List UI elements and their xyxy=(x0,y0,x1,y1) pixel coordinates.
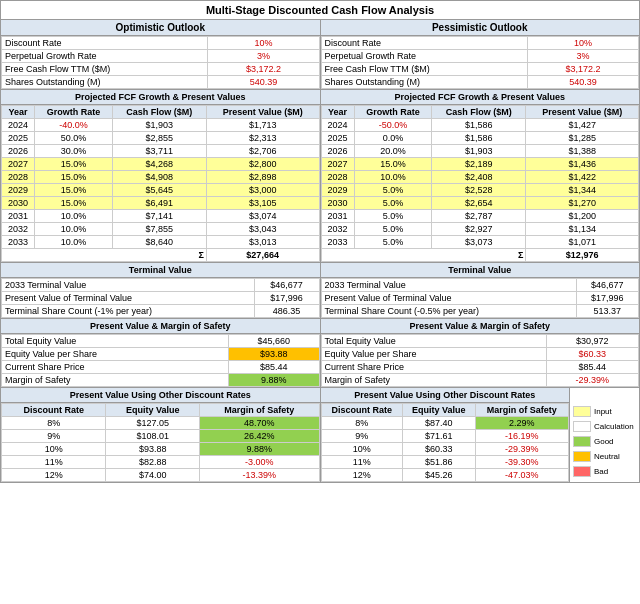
dr-row: 9% $108.01 26.42% xyxy=(2,430,320,443)
pess-fcf-title: Projected FCF Growth & Present Values xyxy=(321,90,640,105)
pess-terminal-title: Terminal Value xyxy=(321,263,640,278)
fcf-year: 2026 xyxy=(321,145,354,158)
fcf-cashflow: $1,903 xyxy=(432,145,526,158)
fcf-row: 2025 0.0% $1,586 $1,285 xyxy=(321,132,639,145)
fcf-cashflow: $2,408 xyxy=(432,171,526,184)
dr-row: 12% $74.00 -13.39% xyxy=(2,469,320,482)
fcf-year: 2031 xyxy=(321,210,354,223)
opt-terminal: Terminal Value 2033 Terminal Value $46,6… xyxy=(1,263,321,318)
dr-margin: 2.29% xyxy=(475,417,568,430)
fcf-growth: 0.0% xyxy=(354,132,432,145)
fcf-growth: 15.0% xyxy=(35,171,113,184)
dr-row: 9% $71.61 -16.19% xyxy=(321,430,569,443)
pv-row: Total Equity Value $30,972 xyxy=(321,335,639,348)
fcf-growth: 20.0% xyxy=(354,145,432,158)
fcf-pv: $3,105 xyxy=(206,197,319,210)
dr-row: 10% $93.88 9.88% xyxy=(2,443,320,456)
fcf-growth: 15.0% xyxy=(35,184,113,197)
terminal-value: $17,996 xyxy=(254,292,319,305)
terminal-label: Present Value of Terminal Value xyxy=(321,292,576,305)
fcf-cashflow: $1,586 xyxy=(432,132,526,145)
terminal-label: 2033 Terminal Value xyxy=(2,279,255,292)
pv-panels: Present Value & Margin of Safety Total E… xyxy=(1,318,639,387)
pess-terminal-table: 2033 Terminal Value $46,677 Present Valu… xyxy=(321,278,640,318)
dr-equity: $87.40 xyxy=(402,417,475,430)
fcf-sum-row: Σ $12,976 xyxy=(321,249,639,262)
fcf-cashflow: $1,586 xyxy=(432,119,526,132)
dr-row: 11% $82.88 -3.00% xyxy=(2,456,320,469)
fcf-row: 2030 15.0% $6,491 $3,105 xyxy=(2,197,320,210)
param-value: 10% xyxy=(208,37,319,50)
fcf-year: 2028 xyxy=(321,171,354,184)
bottom-row: Present Value Using Other Discount Rates… xyxy=(1,387,639,482)
legend-bad-row: Bad xyxy=(573,466,636,477)
fcf-cashflow: $2,654 xyxy=(432,197,526,210)
legend-input-row: Input xyxy=(573,406,636,417)
param-value: $3,172.2 xyxy=(527,63,638,76)
pv-value: -29.39% xyxy=(546,374,638,387)
fcf-pv: $1,270 xyxy=(526,197,639,210)
fcf-cashflow: $1,903 xyxy=(112,119,206,132)
fcf-year: 2024 xyxy=(2,119,35,132)
pv-value: $45,660 xyxy=(228,335,319,348)
pv-value: $60.33 xyxy=(546,348,638,361)
pv-row: Margin of Safety 9.88% xyxy=(2,374,320,387)
pess-discount-and-legend: Present Value Using Other Discount Rates… xyxy=(321,388,640,482)
dr-margin: -29.39% xyxy=(475,443,568,456)
legend-good-row: Good xyxy=(573,436,636,447)
dr-row: 8% $87.40 2.29% xyxy=(321,417,569,430)
fcf-growth: 10.0% xyxy=(35,210,113,223)
dr-row: 12% $45.26 -47.03% xyxy=(321,469,569,482)
fcf-cashflow: $7,855 xyxy=(112,223,206,236)
fcf-growth: 5.0% xyxy=(354,184,432,197)
fcf-growth: 5.0% xyxy=(354,223,432,236)
pv-row: Equity Value per Share $93.88 xyxy=(2,348,320,361)
terminal-row: 2033 Terminal Value $46,677 xyxy=(321,279,639,292)
legend-input-color xyxy=(573,406,591,417)
pess-terminal: Terminal Value 2033 Terminal Value $46,6… xyxy=(321,263,640,318)
pv-value: 9.88% xyxy=(228,374,319,387)
dr-margin: -39.30% xyxy=(475,456,568,469)
pv-label: Total Equity Value xyxy=(2,335,229,348)
param-name: Shares Outstanding (M) xyxy=(321,76,527,89)
param-row: Discount Rate 10% xyxy=(321,37,639,50)
fcf-pv: $1,200 xyxy=(526,210,639,223)
fcf-pv: $1,388 xyxy=(526,145,639,158)
main-container: Multi-Stage Discounted Cash Flow Analysi… xyxy=(0,0,640,483)
col-cashflow: Cash Flow ($M) xyxy=(112,106,206,119)
fcf-row: 2024 -50.0% $1,586 $1,427 xyxy=(321,119,639,132)
pv-label: Current Share Price xyxy=(2,361,229,374)
col-growth: Growth Rate xyxy=(354,106,432,119)
col-year: Year xyxy=(2,106,35,119)
fcf-year: 2027 xyxy=(321,158,354,171)
legend-neutral-color xyxy=(573,451,591,462)
fcf-pv: $2,898 xyxy=(206,171,319,184)
fcf-pv: $2,313 xyxy=(206,132,319,145)
fcf-year: 2025 xyxy=(2,132,35,145)
param-name: Free Cash Flow TTM ($M) xyxy=(321,63,527,76)
pv-label: Total Equity Value xyxy=(321,335,546,348)
optimistic-title: Optimistic Outlook xyxy=(1,20,320,36)
terminal-label: Terminal Share Count (-1% per year) xyxy=(2,305,255,318)
fcf-pv: $2,800 xyxy=(206,158,319,171)
fcf-row: 2025 50.0% $2,855 $2,313 xyxy=(2,132,320,145)
dr-margin: -3.00% xyxy=(199,456,319,469)
optimistic-params: Discount Rate 10% Perpetual Growth Rate … xyxy=(1,36,320,89)
param-row: Free Cash Flow TTM ($M) $3,172.2 xyxy=(2,63,320,76)
fcf-year: 2032 xyxy=(321,223,354,236)
fcf-pv: $1,134 xyxy=(526,223,639,236)
dr-col-equity: Equity Value xyxy=(106,404,199,417)
param-name: Discount Rate xyxy=(321,37,527,50)
legend-calc-row: Calculation xyxy=(573,421,636,432)
dr-equity: $51.86 xyxy=(402,456,475,469)
pessimistic-params: Discount Rate 10% Perpetual Growth Rate … xyxy=(321,36,640,89)
legend-good-color xyxy=(573,436,591,447)
fcf-row: 2033 10.0% $8,640 $3,013 xyxy=(2,236,320,249)
fcf-pv: $3,013 xyxy=(206,236,319,249)
fcf-row: 2027 15.0% $2,189 $1,436 xyxy=(321,158,639,171)
dr-rate: 10% xyxy=(321,443,402,456)
opt-fcf-title: Projected FCF Growth & Present Values xyxy=(1,90,320,105)
terminal-row: Terminal Share Count (-0.5% per year) 51… xyxy=(321,305,639,318)
terminal-value: $17,996 xyxy=(576,292,638,305)
fcf-row: 2027 15.0% $4,268 $2,800 xyxy=(2,158,320,171)
